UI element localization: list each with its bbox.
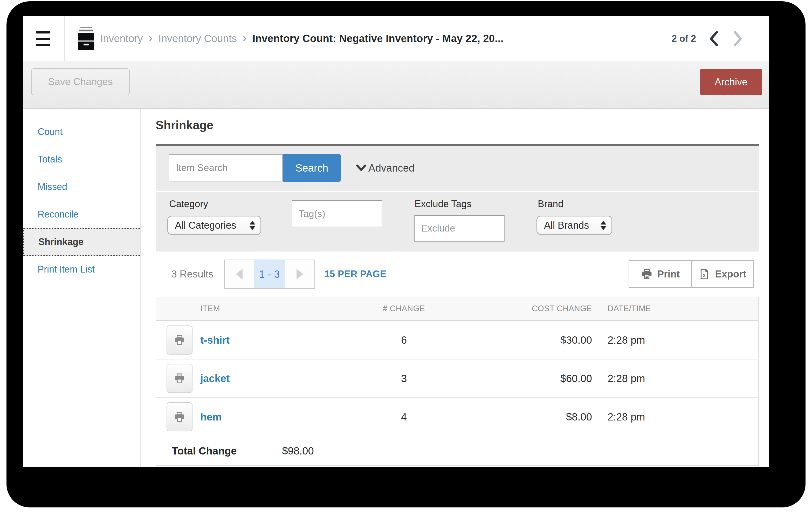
item-link[interactable]: hem <box>200 411 353 423</box>
table-row: t-shirt 6 $30.00 2:28 pm <box>156 321 758 359</box>
tags-input[interactable] <box>292 200 382 227</box>
change-value: 6 <box>353 334 455 346</box>
pagination-next-icon[interactable] <box>285 260 314 288</box>
total-row: Total Change $98.00 <box>156 436 758 465</box>
export-file-icon: x <box>698 268 710 280</box>
screenshot-stage: Inventory › Inventory Counts › Inventory… <box>0 0 812 516</box>
table-row: jacket 3 $60.00 2:28 pm <box>156 359 758 398</box>
col-header-cost-change: COST CHANGE <box>455 304 592 313</box>
brand-select-value: All Brands <box>544 220 589 231</box>
printer-icon <box>641 268 653 280</box>
change-value: 4 <box>353 411 455 423</box>
breadcrumb-current-page: Inventory Count: Negative Inventory - Ma… <box>253 33 503 45</box>
search-panel: Search Advanced <box>156 144 759 191</box>
cost-change-value: $8.00 <box>455 411 592 423</box>
pagination-current-range: 1 - 3 <box>254 260 285 288</box>
main-panel: Shrinkage Search Advanced Category All C… <box>141 109 769 467</box>
pager-count-label: 2 of 2 <box>672 33 696 44</box>
select-arrows-icon <box>601 221 606 230</box>
pagination: 1 - 3 <box>224 260 315 289</box>
hamburger-bar <box>36 44 50 46</box>
hamburger-bar <box>36 38 50 40</box>
search-button[interactable]: Search <box>283 154 341 182</box>
breadcrumb-link-inventory-counts[interactable]: Inventory Counts <box>158 33 237 45</box>
cost-change-value: $60.00 <box>455 373 592 384</box>
topbar-divider <box>64 16 65 61</box>
brand-select[interactable]: All Brands <box>536 216 612 235</box>
breadcrumb: Inventory › Inventory Counts › Inventory… <box>78 16 503 61</box>
shrinkage-table: ITEM # CHANGE COST CHANGE DATE/TIME <box>156 297 759 466</box>
category-label: Category <box>169 198 208 210</box>
printer-icon <box>174 373 185 384</box>
exclude-tags-input[interactable] <box>414 215 504 242</box>
category-select[interactable]: All Categories <box>167 216 261 235</box>
sidebar-item-reconcile[interactable]: Reconcile <box>23 201 140 228</box>
sidebar-item-shrinkage[interactable]: Shrinkage <box>23 228 140 256</box>
table-header-row: ITEM # CHANGE COST CHANGE DATE/TIME <box>156 297 758 321</box>
advanced-toggle[interactable]: Advanced <box>356 154 414 182</box>
advanced-label: Advanced <box>368 162 414 174</box>
chevron-right-icon: › <box>242 31 247 44</box>
printer-icon <box>174 334 185 346</box>
save-changes-button[interactable]: Save Changes <box>31 68 130 95</box>
hamburger-menu-icon[interactable] <box>36 31 50 46</box>
change-value: 3 <box>353 373 455 384</box>
print-button[interactable]: Print <box>629 261 691 287</box>
top-bar: Inventory › Inventory Counts › Inventory… <box>23 16 769 61</box>
brand-label: Brand <box>538 198 563 210</box>
pagination-prev-icon[interactable] <box>225 260 254 288</box>
results-count: 3 Results <box>171 268 213 280</box>
datetime-value: 2:28 pm <box>608 373 758 384</box>
print-export-group: Print x Export <box>629 260 754 288</box>
col-header-item: ITEM <box>200 304 353 313</box>
category-select-value: All Categories <box>175 220 236 231</box>
hamburger-bar <box>36 31 50 33</box>
cost-change-value: $30.00 <box>455 334 592 346</box>
archive-button[interactable]: Archive <box>700 69 762 95</box>
inventory-drawer-icon <box>78 27 94 50</box>
item-search-input[interactable] <box>169 155 283 182</box>
item-link[interactable]: t-shirt <box>200 334 353 346</box>
printer-icon <box>174 411 185 423</box>
datetime-value: 2:28 pm <box>608 411 758 423</box>
item-link[interactable]: jacket <box>200 373 353 384</box>
chevron-down-icon <box>356 164 366 171</box>
select-arrows-icon <box>250 221 255 230</box>
datetime-value: 2:28 pm <box>608 334 758 346</box>
filter-panel: Category All Categories Exclude Tags Bra… <box>156 192 759 251</box>
sidebar-item-count[interactable]: Count <box>23 118 140 145</box>
record-pager: 2 of 2 <box>672 16 744 61</box>
sidebar: Count Totals Missed Reconcile Shrinkage … <box>23 109 141 467</box>
next-record-icon[interactable] <box>732 30 744 47</box>
chevron-right-icon: › <box>149 31 153 44</box>
row-print-button[interactable] <box>167 364 193 393</box>
content-area: Count Totals Missed Reconcile Shrinkage … <box>23 109 769 467</box>
exclude-tags-label: Exclude Tags <box>414 198 471 210</box>
sidebar-item-print-item-list[interactable]: Print Item List <box>23 256 140 283</box>
previous-record-icon[interactable] <box>708 30 720 47</box>
row-print-button[interactable] <box>167 402 193 431</box>
results-bar: 3 Results 1 - 3 15 PER PAGE <box>156 251 759 297</box>
total-change-value: $98.00 <box>282 445 314 457</box>
breadcrumb-link-inventory[interactable]: Inventory <box>100 33 143 45</box>
sidebar-item-missed[interactable]: Missed <box>23 173 140 201</box>
action-toolbar: Save Changes Archive <box>23 61 769 109</box>
table-row: hem 4 $8.00 2:28 pm <box>156 398 758 436</box>
sidebar-item-totals[interactable]: Totals <box>23 145 140 173</box>
app-window: Inventory › Inventory Counts › Inventory… <box>23 16 769 467</box>
total-change-label: Total Change <box>172 445 237 457</box>
svg-text:x: x <box>703 272 706 278</box>
col-header-change: # CHANGE <box>353 304 455 313</box>
page-title: Shrinkage <box>156 118 213 132</box>
export-button[interactable]: x Export <box>691 261 753 287</box>
col-header-datetime: DATE/TIME <box>608 304 758 313</box>
row-print-button[interactable] <box>167 325 193 355</box>
per-page-link[interactable]: 15 PER PAGE <box>324 269 386 279</box>
